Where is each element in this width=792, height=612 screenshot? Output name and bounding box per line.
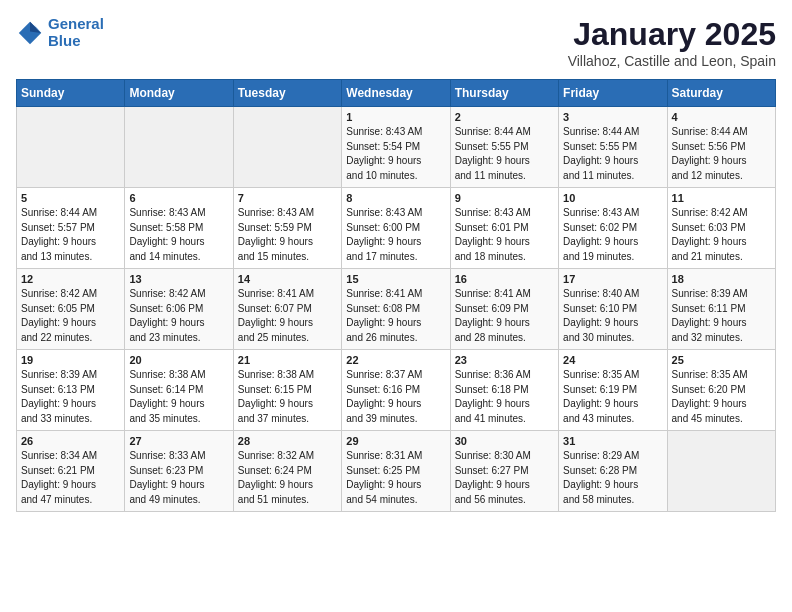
day-info: Sunrise: 8:37 AM Sunset: 6:16 PM Dayligh… [346,368,445,426]
calendar-cell: 19Sunrise: 8:39 AM Sunset: 6:13 PM Dayli… [17,350,125,431]
calendar-week-row: 19Sunrise: 8:39 AM Sunset: 6:13 PM Dayli… [17,350,776,431]
day-info: Sunrise: 8:43 AM Sunset: 5:59 PM Dayligh… [238,206,337,264]
logo-icon [16,19,44,47]
calendar-week-row: 1Sunrise: 8:43 AM Sunset: 5:54 PM Daylig… [17,107,776,188]
calendar-cell: 23Sunrise: 8:36 AM Sunset: 6:18 PM Dayli… [450,350,558,431]
day-number: 19 [21,354,120,366]
day-info: Sunrise: 8:41 AM Sunset: 6:08 PM Dayligh… [346,287,445,345]
calendar-cell: 24Sunrise: 8:35 AM Sunset: 6:19 PM Dayli… [559,350,667,431]
day-number: 27 [129,435,228,447]
day-number: 14 [238,273,337,285]
day-info: Sunrise: 8:31 AM Sunset: 6:25 PM Dayligh… [346,449,445,507]
calendar-cell: 28Sunrise: 8:32 AM Sunset: 6:24 PM Dayli… [233,431,341,512]
day-number: 23 [455,354,554,366]
calendar-cell: 15Sunrise: 8:41 AM Sunset: 6:08 PM Dayli… [342,269,450,350]
day-info: Sunrise: 8:35 AM Sunset: 6:19 PM Dayligh… [563,368,662,426]
calendar-cell: 25Sunrise: 8:35 AM Sunset: 6:20 PM Dayli… [667,350,775,431]
day-info: Sunrise: 8:30 AM Sunset: 6:27 PM Dayligh… [455,449,554,507]
calendar-cell: 16Sunrise: 8:41 AM Sunset: 6:09 PM Dayli… [450,269,558,350]
weekday-header-sunday: Sunday [17,80,125,107]
day-number: 31 [563,435,662,447]
day-info: Sunrise: 8:29 AM Sunset: 6:28 PM Dayligh… [563,449,662,507]
weekday-header-friday: Friday [559,80,667,107]
day-number: 15 [346,273,445,285]
day-number: 29 [346,435,445,447]
logo-line2: Blue [48,32,81,49]
day-info: Sunrise: 8:35 AM Sunset: 6:20 PM Dayligh… [672,368,771,426]
calendar-subtitle: Villahoz, Castille and Leon, Spain [568,53,776,69]
day-info: Sunrise: 8:41 AM Sunset: 6:07 PM Dayligh… [238,287,337,345]
day-info: Sunrise: 8:38 AM Sunset: 6:15 PM Dayligh… [238,368,337,426]
day-number: 17 [563,273,662,285]
day-number: 7 [238,192,337,204]
day-info: Sunrise: 8:38 AM Sunset: 6:14 PM Dayligh… [129,368,228,426]
day-number: 1 [346,111,445,123]
weekday-header-wednesday: Wednesday [342,80,450,107]
day-number: 8 [346,192,445,204]
day-number: 6 [129,192,228,204]
calendar-cell: 9Sunrise: 8:43 AM Sunset: 6:01 PM Daylig… [450,188,558,269]
day-number: 18 [672,273,771,285]
day-info: Sunrise: 8:43 AM Sunset: 6:01 PM Dayligh… [455,206,554,264]
day-info: Sunrise: 8:33 AM Sunset: 6:23 PM Dayligh… [129,449,228,507]
calendar-cell: 5Sunrise: 8:44 AM Sunset: 5:57 PM Daylig… [17,188,125,269]
calendar-cell [233,107,341,188]
calendar-cell: 2Sunrise: 8:44 AM Sunset: 5:55 PM Daylig… [450,107,558,188]
calendar-cell: 12Sunrise: 8:42 AM Sunset: 6:05 PM Dayli… [17,269,125,350]
calendar-cell: 6Sunrise: 8:43 AM Sunset: 5:58 PM Daylig… [125,188,233,269]
logo: General Blue [16,16,104,49]
day-info: Sunrise: 8:41 AM Sunset: 6:09 PM Dayligh… [455,287,554,345]
calendar-cell: 1Sunrise: 8:43 AM Sunset: 5:54 PM Daylig… [342,107,450,188]
day-info: Sunrise: 8:39 AM Sunset: 6:11 PM Dayligh… [672,287,771,345]
day-info: Sunrise: 8:40 AM Sunset: 6:10 PM Dayligh… [563,287,662,345]
calendar-cell: 13Sunrise: 8:42 AM Sunset: 6:06 PM Dayli… [125,269,233,350]
calendar-cell: 3Sunrise: 8:44 AM Sunset: 5:55 PM Daylig… [559,107,667,188]
day-number: 20 [129,354,228,366]
calendar-week-row: 12Sunrise: 8:42 AM Sunset: 6:05 PM Dayli… [17,269,776,350]
calendar-cell: 31Sunrise: 8:29 AM Sunset: 6:28 PM Dayli… [559,431,667,512]
day-number: 16 [455,273,554,285]
calendar-title: January 2025 [568,16,776,53]
page-header: General Blue January 2025 Villahoz, Cast… [16,16,776,69]
calendar-cell: 21Sunrise: 8:38 AM Sunset: 6:15 PM Dayli… [233,350,341,431]
calendar-cell: 18Sunrise: 8:39 AM Sunset: 6:11 PM Dayli… [667,269,775,350]
calendar-cell: 14Sunrise: 8:41 AM Sunset: 6:07 PM Dayli… [233,269,341,350]
calendar-cell: 8Sunrise: 8:43 AM Sunset: 6:00 PM Daylig… [342,188,450,269]
day-info: Sunrise: 8:39 AM Sunset: 6:13 PM Dayligh… [21,368,120,426]
weekday-header-saturday: Saturday [667,80,775,107]
logo-text: General Blue [48,16,104,49]
day-number: 2 [455,111,554,123]
calendar-table: SundayMondayTuesdayWednesdayThursdayFrid… [16,79,776,512]
calendar-cell: 27Sunrise: 8:33 AM Sunset: 6:23 PM Dayli… [125,431,233,512]
day-info: Sunrise: 8:42 AM Sunset: 6:06 PM Dayligh… [129,287,228,345]
day-info: Sunrise: 8:43 AM Sunset: 6:02 PM Dayligh… [563,206,662,264]
weekday-header-row: SundayMondayTuesdayWednesdayThursdayFrid… [17,80,776,107]
calendar-cell: 11Sunrise: 8:42 AM Sunset: 6:03 PM Dayli… [667,188,775,269]
weekday-header-tuesday: Tuesday [233,80,341,107]
calendar-cell: 22Sunrise: 8:37 AM Sunset: 6:16 PM Dayli… [342,350,450,431]
day-number: 28 [238,435,337,447]
day-number: 21 [238,354,337,366]
day-info: Sunrise: 8:43 AM Sunset: 5:54 PM Dayligh… [346,125,445,183]
day-number: 9 [455,192,554,204]
day-info: Sunrise: 8:36 AM Sunset: 6:18 PM Dayligh… [455,368,554,426]
weekday-header-thursday: Thursday [450,80,558,107]
day-info: Sunrise: 8:44 AM Sunset: 5:55 PM Dayligh… [455,125,554,183]
calendar-cell: 20Sunrise: 8:38 AM Sunset: 6:14 PM Dayli… [125,350,233,431]
day-number: 12 [21,273,120,285]
day-number: 13 [129,273,228,285]
calendar-week-row: 26Sunrise: 8:34 AM Sunset: 6:21 PM Dayli… [17,431,776,512]
day-info: Sunrise: 8:34 AM Sunset: 6:21 PM Dayligh… [21,449,120,507]
day-number: 10 [563,192,662,204]
calendar-week-row: 5Sunrise: 8:44 AM Sunset: 5:57 PM Daylig… [17,188,776,269]
weekday-header-monday: Monday [125,80,233,107]
day-info: Sunrise: 8:43 AM Sunset: 6:00 PM Dayligh… [346,206,445,264]
calendar-cell [17,107,125,188]
day-info: Sunrise: 8:44 AM Sunset: 5:56 PM Dayligh… [672,125,771,183]
day-info: Sunrise: 8:32 AM Sunset: 6:24 PM Dayligh… [238,449,337,507]
calendar-cell: 10Sunrise: 8:43 AM Sunset: 6:02 PM Dayli… [559,188,667,269]
day-number: 25 [672,354,771,366]
day-number: 5 [21,192,120,204]
calendar-cell: 30Sunrise: 8:30 AM Sunset: 6:27 PM Dayli… [450,431,558,512]
day-number: 3 [563,111,662,123]
